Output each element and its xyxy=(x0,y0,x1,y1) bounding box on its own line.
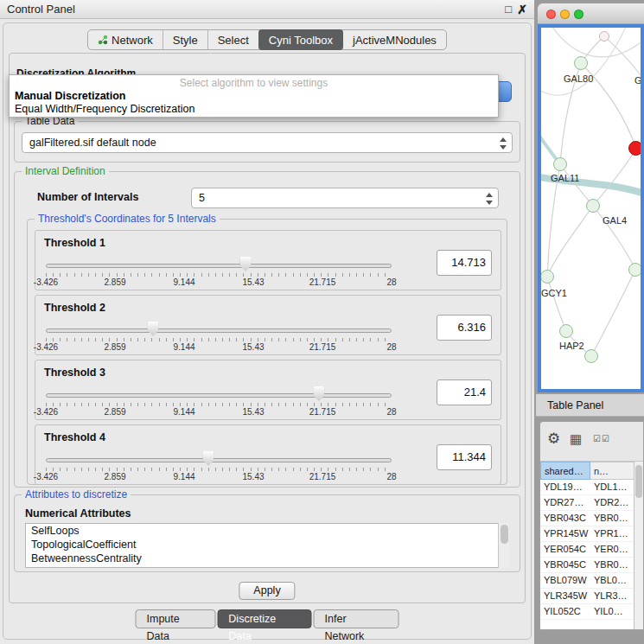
table-cell[interactable]: YDR27… xyxy=(540,495,590,510)
table-cell[interactable]: YDL19… xyxy=(540,480,590,494)
dropdown-option-equal-width-frequency[interactable]: Equal Width/Frequency Discretization xyxy=(15,103,194,115)
network-canvas[interactable]: GAL80 GA GAL11 GAL4 GCY1 HAP2 xyxy=(541,28,641,389)
slider-track[interactable] xyxy=(46,264,392,268)
threshold-slider[interactable]: -3.4262.8599.14415.4321.71528 xyxy=(46,451,392,481)
combo-stepper-icon[interactable] xyxy=(499,137,507,150)
table-cell[interactable]: YBR0… xyxy=(590,558,635,572)
attribute-item[interactable]: TopologicalCoefficient xyxy=(26,538,508,552)
close-window-icon[interactable]: ✗ xyxy=(517,2,527,17)
table-cell[interactable]: YBR043C xyxy=(540,511,590,526)
attribute-item[interactable]: SelfLoops xyxy=(26,524,508,538)
table-cell[interactable]: YLR345W xyxy=(540,589,590,603)
interval-definition-group-label: Interval Definition xyxy=(22,165,109,177)
slider-thumb-icon[interactable] xyxy=(314,386,325,401)
node-label-gcy1: GCY1 xyxy=(541,288,567,298)
slider-track[interactable] xyxy=(46,458,392,462)
numerical-attributes-list[interactable]: SelfLoopsTopologicalCoefficientBetweenne… xyxy=(25,523,509,568)
table-cell[interactable]: YIL0… xyxy=(590,604,635,619)
table-row[interactable]: YBR043CYBR0… xyxy=(540,511,635,526)
float-window-icon[interactable]: □ xyxy=(505,3,512,16)
threshold-slider[interactable]: -3.4262.8599.14415.4321.71528 xyxy=(46,257,392,286)
table-cell[interactable]: YDL1… xyxy=(590,480,635,494)
number-of-intervals-combobox[interactable]: 5 xyxy=(191,188,499,208)
slider-thumb-icon[interactable] xyxy=(148,322,159,336)
slider-scale-label: 15.43 xyxy=(242,472,264,481)
network-node-gal11[interactable] xyxy=(553,157,567,171)
slider-scale-label: 15.43 xyxy=(242,407,264,417)
node-label-hap2: HAP2 xyxy=(559,341,584,351)
table-row[interactable]: YBR045CYBR0… xyxy=(540,558,635,573)
table-row[interactable]: YDL19…YDL1… xyxy=(540,480,635,495)
threshold-value-box[interactable]: 6.316 xyxy=(437,315,492,341)
table-cell[interactable]: YBR045C xyxy=(540,558,590,572)
column-grid-icon[interactable]: ▦ xyxy=(570,431,582,447)
table-row[interactable]: YPR145WYPR1… xyxy=(540,526,635,542)
tab-jactivemnodules[interactable]: jActiveMNodules xyxy=(343,30,446,49)
table-scrollbar-thumb[interactable] xyxy=(635,465,642,498)
network-node[interactable] xyxy=(584,349,598,363)
slider-thumb-icon[interactable] xyxy=(239,257,251,271)
network-node[interactable] xyxy=(599,31,609,41)
gear-icon[interactable]: ⚙ xyxy=(547,430,560,448)
table-row[interactable]: YLR345WYLR3… xyxy=(540,589,635,604)
table-cell[interactable]: YER0… xyxy=(590,542,635,557)
window-title: Control Panel xyxy=(7,0,75,19)
table-scrollbar[interactable] xyxy=(634,462,643,629)
table-cell[interactable]: YPR145W xyxy=(540,526,590,541)
tab-discretize-data[interactable]: Discretize Data xyxy=(217,609,311,628)
combo-stepper-icon[interactable] xyxy=(485,192,494,206)
table-row[interactable]: YIL052CYIL0… xyxy=(540,604,635,620)
table-cell[interactable]: YBL079W xyxy=(540,573,590,588)
table-cell[interactable]: YLR3… xyxy=(590,589,635,603)
network-node-hap2[interactable] xyxy=(559,324,573,338)
threshold-value-box[interactable]: 21.4 xyxy=(437,379,492,405)
tab-cyni-toolbox[interactable]: Cyni Toolbox xyxy=(258,29,343,50)
column-header-name[interactable]: n… xyxy=(590,462,635,480)
table-cell[interactable]: YBR0… xyxy=(590,511,635,526)
threshold-slider[interactable]: -3.4262.8599.14415.4321.71528 xyxy=(46,322,392,351)
threshold-slider[interactable]: -3.4262.8599.14415.4321.71528 xyxy=(46,386,392,416)
column-header-shared-name[interactable]: shared… xyxy=(540,462,590,480)
dropdown-option-manual-discretization[interactable]: Manual Discretization xyxy=(15,90,126,102)
table-row[interactable]: YBL079WYBL0… xyxy=(540,573,635,589)
tab-impute-data[interactable]: Impute Data xyxy=(136,609,216,628)
table-cell[interactable]: YDR2… xyxy=(590,495,635,510)
close-traffic-light-icon[interactable] xyxy=(546,10,556,19)
slider-track[interactable] xyxy=(46,328,392,333)
threshold-value-box[interactable]: 14.713 xyxy=(437,250,492,276)
checkboxes-icon[interactable]: ☑☑ xyxy=(593,434,610,443)
network-node-gal4[interactable] xyxy=(586,199,600,213)
algorithm-combobox-partial[interactable] xyxy=(498,81,512,102)
table-panel-title: Table Panel xyxy=(547,394,603,417)
network-node-gal80[interactable] xyxy=(574,56,588,70)
table-toolbar: ⚙ ▦ ☑☑ xyxy=(540,422,643,462)
threshold-value-box[interactable]: 11.344 xyxy=(437,444,492,470)
attribute-item[interactable]: BetweennessCentrality xyxy=(26,552,508,565)
slider-track[interactable] xyxy=(46,393,392,398)
slider-thumb-icon[interactable] xyxy=(203,451,214,466)
table-row[interactable]: YDR27…YDR2… xyxy=(540,495,635,511)
network-node-gcy1[interactable] xyxy=(540,270,554,284)
cyni-settings-panel: Discretization Algorithm Table Data galF… xyxy=(9,53,526,603)
table-cell[interactable]: YBL0… xyxy=(590,573,635,588)
number-of-intervals-value: 5 xyxy=(199,192,205,204)
tab-style[interactable]: Style xyxy=(163,30,207,49)
table-data-combobox[interactable]: galFiltered.sif default node xyxy=(22,132,513,153)
table-row[interactable]: YER054CYER0… xyxy=(540,542,635,558)
attributes-scrollbar[interactable] xyxy=(498,523,509,568)
table-cell[interactable]: YPR1… xyxy=(590,526,635,541)
network-node[interactable] xyxy=(628,263,642,277)
minimize-traffic-light-icon[interactable] xyxy=(560,10,570,19)
apply-button[interactable]: Apply xyxy=(239,582,295,600)
table-cell[interactable]: YER054C xyxy=(540,542,590,557)
table-cell[interactable]: YIL052C xyxy=(540,604,590,619)
slider-scale-label: 28 xyxy=(386,472,396,481)
attributes-scrollbar-thumb[interactable] xyxy=(501,525,508,544)
selected-network-node[interactable] xyxy=(628,141,643,156)
slider-scale-label: -3.426 xyxy=(34,342,58,352)
zoom-traffic-light-icon[interactable] xyxy=(574,10,583,19)
tab-network[interactable]: Network xyxy=(88,30,163,49)
tab-select[interactable]: Select xyxy=(207,30,258,49)
dropdown-placeholder-option[interactable]: Select algorithm to view settings xyxy=(10,77,498,89)
tab-infer-network[interactable]: Infer Network xyxy=(314,609,399,628)
